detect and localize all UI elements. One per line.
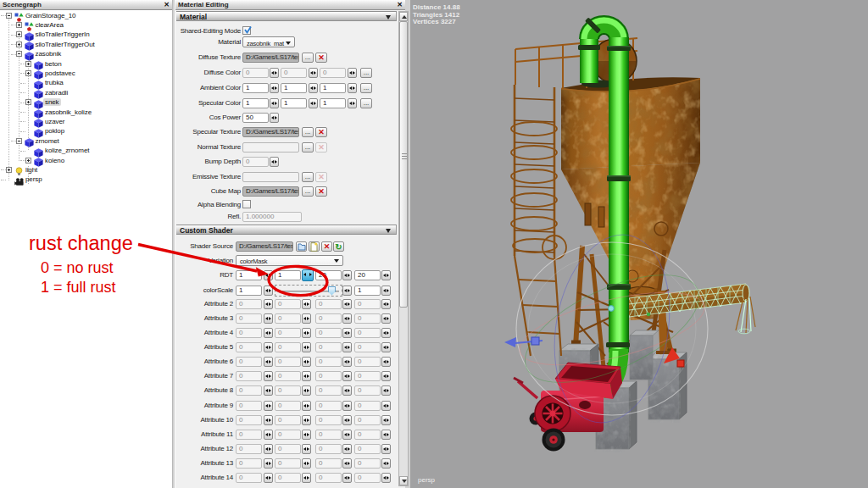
alpha-blending-checkbox[interactable]	[242, 200, 251, 208]
attribute-13-spinner[interactable]	[264, 458, 273, 469]
attribute-3-spinner[interactable]	[302, 313, 311, 324]
rdt-value[interactable]: 1	[275, 270, 301, 280]
ambient-color-spinner[interactable]	[309, 83, 318, 93]
colorscale-value[interactable]: 1	[236, 286, 262, 296]
attribute-5-spinner[interactable]	[381, 342, 391, 352]
collapse-icon[interactable]	[16, 51, 22, 57]
expand-icon[interactable]	[16, 22, 22, 28]
attribute-8-value[interactable]: 0	[275, 385, 301, 396]
attribute-10-spinner[interactable]	[302, 415, 311, 425]
diffuse-texture-value[interactable]: D:/Games/LS17/tes	[242, 53, 299, 63]
diffuse-color-value[interactable]: 0	[242, 68, 269, 78]
attribute-5-value[interactable]: 0	[275, 342, 301, 352]
tree-item-kolize-zrnomet[interactable]: kolize_zrnomet	[0, 146, 172, 156]
attribute-2-value[interactable]: 0	[354, 299, 381, 309]
scrollbar-thumb[interactable]	[399, 21, 408, 308]
attribute-8-spinner[interactable]	[264, 385, 273, 396]
attribute-10-value[interactable]: 0	[236, 415, 262, 425]
material-dropdown[interactable]: zasobnik_mat	[242, 36, 295, 47]
attribute-2-spinner[interactable]	[302, 299, 311, 309]
ambient-color-value[interactable]: 1	[281, 83, 307, 93]
attribute-14-spinner[interactable]	[381, 473, 391, 483]
specular-texture-clear-button[interactable]: ✕	[315, 127, 327, 137]
attribute-14-spinner[interactable]	[342, 473, 352, 483]
attribute-9-spinner[interactable]	[381, 401, 391, 411]
normal-texture-browse-button[interactable]: ...	[302, 142, 314, 152]
attribute-6-value[interactable]: 0	[236, 357, 262, 367]
tree-item-persp[interactable]: persp	[0, 175, 172, 185]
attribute-4-spinner[interactable]	[342, 328, 352, 338]
attribute-8-value[interactable]: 0	[354, 385, 381, 396]
normal-texture-value[interactable]	[242, 142, 299, 152]
expand-icon[interactable]	[16, 31, 22, 37]
attribute-7-spinner[interactable]	[381, 371, 391, 381]
clear-icon[interactable]: ✕	[321, 241, 332, 252]
diffuse-color-picker-button[interactable]: ...	[360, 68, 372, 78]
attribute-8-spinner[interactable]	[381, 385, 391, 396]
attribute-10-value[interactable]: 0	[315, 415, 342, 425]
tree-item-cleararea[interactable]: clearArea	[0, 19, 172, 30]
attribute-11-value[interactable]: 0	[315, 430, 342, 440]
attribute-12-value[interactable]: 0	[354, 444, 381, 454]
rdt-spinner[interactable]	[302, 269, 314, 281]
attribute-6-value[interactable]: 0	[354, 357, 381, 367]
attribute-14-value[interactable]: 0	[275, 473, 301, 483]
attribute-2-value[interactable]: 0	[315, 299, 342, 309]
attribute-9-spinner[interactable]	[302, 401, 311, 411]
tree-item-silotrailertriggerout[interactable]: siloTrailerTriggerOut	[0, 39, 172, 49]
attribute-6-spinner[interactable]	[264, 357, 273, 367]
attribute-6-spinner[interactable]	[342, 357, 352, 367]
shader-source-value[interactable]: D:/Games/LS17/tes	[236, 241, 293, 252]
tree-item-zasobnik-kolize[interactable]: zasobnik_kolize	[0, 107, 172, 117]
attribute-12-value[interactable]: 0	[315, 444, 342, 454]
tree-item-snek[interactable]: snek	[0, 97, 172, 108]
attribute-2-spinner[interactable]	[381, 299, 391, 309]
specular-color-spinner[interactable]	[348, 98, 357, 108]
tree-item-zrnomet[interactable]: zrnomet	[0, 136, 172, 146]
cube-map-value[interactable]: D:/Games/LS17/tes	[242, 186, 299, 197]
tree-item-zabradli[interactable]: zabradli	[0, 87, 172, 97]
attribute-11-value[interactable]: 0	[236, 430, 262, 440]
attribute-5-spinner[interactable]	[302, 342, 311, 352]
attribute-9-value[interactable]: 0	[354, 401, 381, 411]
ambient-color-value[interactable]: 1	[320, 83, 346, 93]
diffuse-texture-browse-button[interactable]: ...	[302, 53, 314, 63]
attribute-11-spinner[interactable]	[264, 430, 273, 440]
cube-map-browse-button[interactable]: ...	[302, 186, 314, 197]
attribute-12-spinner[interactable]	[264, 444, 273, 454]
specular-color-spinner[interactable]	[309, 98, 318, 108]
attribute-4-spinner[interactable]	[381, 328, 391, 338]
specular-texture-browse-button[interactable]: ...	[302, 127, 314, 137]
attribute-9-value[interactable]: 0	[315, 401, 342, 411]
attribute-4-value[interactable]: 0	[315, 328, 342, 338]
variation-dropdown[interactable]: colorMask	[236, 255, 343, 266]
attribute-14-value[interactable]: 0	[236, 473, 262, 483]
specular-color-value[interactable]: 1	[242, 98, 269, 108]
attribute-11-spinner[interactable]	[342, 430, 352, 440]
attribute-5-value[interactable]: 0	[315, 342, 342, 352]
attribute-7-spinner[interactable]	[302, 371, 311, 381]
attribute-3-spinner[interactable]	[264, 313, 273, 324]
diffuse-color-spinner[interactable]	[270, 68, 279, 78]
attribute-9-spinner[interactable]	[264, 401, 273, 411]
attribute-7-value[interactable]: 0	[275, 371, 301, 381]
diffuse-color-spinner[interactable]	[309, 68, 318, 78]
attribute-11-value[interactable]: 0	[275, 430, 301, 440]
tree-item-trubka[interactable]: trubka	[0, 78, 172, 88]
expand-icon[interactable]	[6, 167, 12, 173]
attribute-8-spinner[interactable]	[302, 385, 311, 396]
rdt-spinner[interactable]	[264, 270, 273, 280]
attribute-11-value[interactable]: 0	[354, 430, 381, 440]
attribute-13-spinner[interactable]	[381, 458, 391, 469]
scenegraph-close-icon[interactable]: ✕	[164, 0, 170, 9]
attribute-8-spinner[interactable]	[342, 385, 352, 396]
emissive-texture-browse-button[interactable]: ...	[302, 172, 314, 182]
attribute-6-value[interactable]: 0	[275, 357, 301, 367]
ambient-color-picker-button[interactable]: ...	[360, 83, 372, 93]
attribute-9-value[interactable]: 0	[275, 401, 301, 411]
reload-icon[interactable]: ↻	[333, 241, 344, 252]
attribute-12-value[interactable]: 0	[275, 444, 301, 454]
attribute-5-spinner[interactable]	[342, 342, 352, 352]
attribute-13-value[interactable]: 0	[354, 458, 381, 469]
attribute-4-value[interactable]: 0	[354, 328, 381, 338]
